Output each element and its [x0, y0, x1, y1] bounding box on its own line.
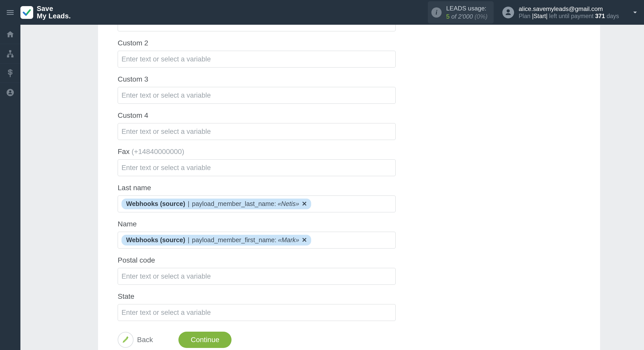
nav-connections[interactable] [0, 44, 20, 63]
nav-billing[interactable] [0, 63, 20, 83]
variable-chip-lastname[interactable]: Webhooks (source) | payload_member_last_… [121, 199, 311, 209]
field-custom3: Custom 3 Enter text or select a variable [118, 75, 399, 104]
back-label: Back [137, 336, 153, 344]
chevron-down-icon [631, 9, 639, 16]
field-state: State Enter text or select a variable [118, 292, 399, 321]
field-mapping-form: Enter text or select a variable Custom 2… [98, 25, 399, 348]
input-state[interactable]: Enter text or select a variable [118, 304, 396, 321]
label-custom4: Custom 4 [118, 111, 399, 120]
label-state: State [118, 292, 399, 301]
top-bar: Save My Leads. i LEADS usage: 5 of 2'000… [0, 0, 644, 25]
input-name[interactable]: Webhooks (source) | payload_member_first… [118, 232, 396, 249]
label-custom3: Custom 3 [118, 75, 399, 83]
logo-mark [20, 6, 33, 19]
input-custom3[interactable]: Enter text or select a variable [118, 87, 396, 104]
checkmark-icon [22, 8, 32, 17]
user-account-block[interactable]: alice.savemyleads@gmail.com Plan |Start|… [502, 5, 619, 20]
svg-rect-0 [9, 50, 11, 52]
input-postal[interactable]: Enter text or select a variable [118, 268, 396, 285]
main-canvas: Enter text or select a variable Custom 2… [20, 25, 644, 350]
label-custom2: Custom 2 [118, 39, 399, 47]
continue-button[interactable]: Continue [178, 332, 232, 348]
back-button[interactable]: Back [118, 332, 153, 348]
label-name: Name [118, 220, 399, 228]
account-dropdown-toggle[interactable] [626, 0, 644, 25]
label-lastname: Last name [118, 184, 399, 192]
nav-profile[interactable] [0, 83, 20, 102]
remove-chip-icon[interactable]: ✕ [301, 200, 307, 208]
svg-rect-2 [12, 56, 13, 57]
label-fax: Fax (+14840000000) [118, 148, 399, 156]
field-name: Name Webhooks (source) | payload_member_… [118, 220, 399, 249]
field-fax: Fax (+14840000000) Enter text or select … [118, 148, 399, 176]
user-info: alice.savemyleads@gmail.com Plan |Start|… [519, 5, 619, 20]
user-icon [504, 9, 512, 16]
input-lastname[interactable]: Webhooks (source) | payload_member_last_… [118, 196, 396, 212]
field-custom4: Custom 4 Enter text or select a variable [118, 111, 399, 140]
input-custom1[interactable]: Enter text or select a variable [118, 25, 396, 31]
field-postal: Postal code Enter text or select a varia… [118, 256, 399, 285]
leads-usage-text: LEADS usage: 5 of 2'000 (0%) [446, 4, 488, 20]
input-custom2[interactable]: Enter text or select a variable [118, 51, 396, 68]
leads-usage-panel[interactable]: i LEADS usage: 5 of 2'000 (0%) [428, 1, 494, 23]
mapping-card: Enter text or select a variable Custom 2… [98, 25, 600, 350]
form-actions: Back Continue [118, 332, 399, 348]
field-custom2: Custom 2 Enter text or select a variable [118, 39, 399, 68]
avatar [502, 7, 514, 18]
field-lastname: Last name Webhooks (source) | payload_me… [118, 184, 399, 212]
field-custom1-partial: Enter text or select a variable [118, 25, 399, 31]
input-custom4[interactable]: Enter text or select a variable [118, 123, 396, 140]
pencil-icon [122, 336, 129, 343]
remove-chip-icon[interactable]: ✕ [301, 236, 307, 244]
back-icon-circle [118, 332, 133, 348]
hamburger-icon [6, 8, 15, 17]
profile-icon [6, 88, 15, 97]
app-logo[interactable]: Save My Leads. [20, 5, 71, 20]
nav-home[interactable] [0, 25, 20, 44]
home-icon [6, 30, 15, 39]
input-fax[interactable]: Enter text or select a variable [118, 159, 396, 176]
logo-text: Save My Leads. [37, 5, 71, 20]
info-icon: i [431, 7, 442, 18]
label-postal: Postal code [118, 256, 399, 264]
variable-chip-name[interactable]: Webhooks (source) | payload_member_first… [121, 235, 311, 245]
sitemap-icon [6, 49, 15, 58]
svg-rect-1 [7, 56, 9, 57]
dollar-icon [6, 69, 15, 77]
menu-toggle-button[interactable] [0, 0, 20, 25]
left-nav-rail [0, 25, 20, 350]
